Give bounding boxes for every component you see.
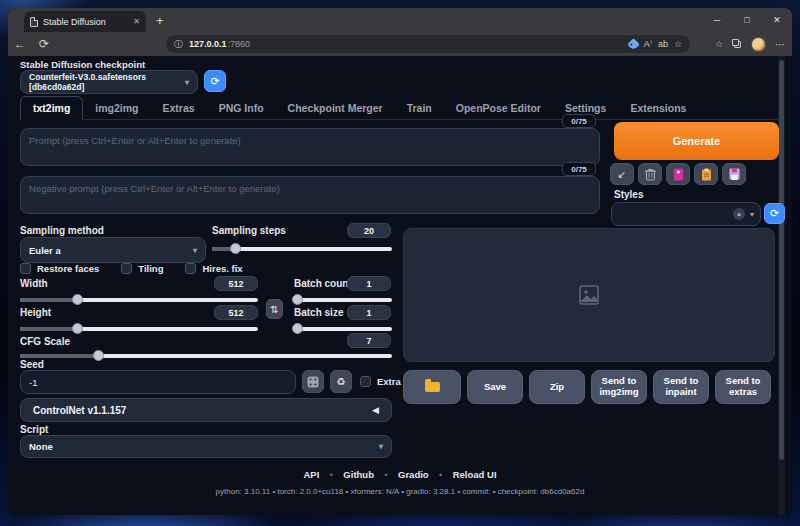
refresh-checkpoints-button[interactable]: ⟳	[204, 70, 226, 92]
checkbox-icon[interactable]	[20, 263, 31, 274]
checkbox-icon[interactable]	[185, 263, 196, 274]
random-seed-button[interactable]	[302, 370, 324, 393]
page-scrollbar[interactable]	[778, 56, 785, 515]
cfg-scale-value[interactable]: 7	[347, 333, 391, 348]
browser-tab[interactable]: Stable Diffusion ✕	[24, 11, 146, 32]
scrollbar-thumb[interactable]	[779, 60, 784, 460]
folder-icon	[425, 382, 440, 392]
clear-styles-icon[interactable]: ×	[733, 208, 745, 220]
shopping-icon[interactable]	[627, 38, 640, 51]
tiling-label: Tiling	[138, 263, 163, 274]
tab-extras[interactable]: Extras	[151, 97, 207, 119]
checkbox-icon[interactable]	[121, 263, 132, 274]
batch-size-value[interactable]: 1	[347, 305, 391, 320]
batch-count-label: Batch count	[294, 278, 352, 289]
tiling-checkbox[interactable]: Tiling	[121, 263, 163, 274]
translate-icon[interactable]: ab	[658, 39, 668, 49]
send-to-img2img-button[interactable]: Send to img2img	[591, 370, 647, 404]
apply-style-button[interactable]	[694, 163, 718, 185]
close-window-button[interactable]: ✕	[762, 8, 792, 32]
minimize-button[interactable]: ─	[702, 8, 732, 32]
reload-icon[interactable]: ⟳	[32, 37, 56, 51]
negative-prompt-token-counter: 0/75	[562, 162, 596, 176]
dice-icon	[307, 376, 319, 388]
reload-ui-link[interactable]: Reload UI	[453, 469, 497, 480]
image-placeholder-icon	[579, 285, 599, 305]
batch-count-slider[interactable]	[294, 293, 392, 305]
api-link[interactable]: API	[303, 469, 319, 480]
cfg-scale-slider[interactable]	[20, 349, 392, 361]
checkpoint-dropdown[interactable]: Counterfeit-V3.0.safetensors [db6cd0a62d…	[20, 70, 198, 94]
styles-label: Styles	[614, 189, 643, 200]
gradio-link[interactable]: Gradio	[398, 469, 429, 480]
negative-prompt-input[interactable]	[20, 176, 600, 214]
floppy-disk-icon	[729, 168, 740, 180]
styles-input[interactable]	[618, 209, 733, 219]
seed-input[interactable]	[20, 370, 296, 394]
sampling-steps-slider[interactable]	[212, 242, 392, 254]
open-folder-button[interactable]	[403, 370, 461, 404]
width-slider[interactable]	[20, 293, 258, 305]
page-footer: API • Github • Gradio • Reload UI python…	[8, 464, 792, 496]
paste-arrow-icon: ↙	[618, 169, 626, 180]
script-dropdown[interactable]: None ▾	[20, 435, 392, 458]
height-value[interactable]: 512	[214, 305, 258, 320]
github-link[interactable]: Github	[343, 469, 374, 480]
browser-menu-icon[interactable]: ⋯	[775, 39, 786, 50]
tab-train[interactable]: Train	[395, 97, 444, 119]
tab-checkpoint-merger[interactable]: Checkpoint Merger	[276, 97, 395, 119]
close-tab-icon[interactable]: ✕	[133, 17, 140, 26]
save-button[interactable]: Save	[467, 370, 523, 404]
webui-page: Stable Diffusion checkpoint Counterfeit-…	[8, 56, 792, 515]
send-to-extras-button[interactable]: Send to extras	[715, 370, 771, 404]
collections-star-icon[interactable]: ☆	[715, 39, 723, 49]
generate-button[interactable]: Generate	[614, 122, 779, 160]
zip-button[interactable]: Zip	[529, 370, 585, 404]
send-to-inpaint-button[interactable]: Send to inpaint	[653, 370, 709, 404]
maximize-button[interactable]: □	[732, 8, 762, 32]
save-style-button[interactable]	[722, 163, 746, 185]
height-slider[interactable]	[20, 322, 258, 334]
width-value[interactable]: 512	[214, 276, 258, 291]
paste-params-button[interactable]: ↙	[610, 163, 634, 185]
tab-txt2img[interactable]: txt2img	[20, 96, 83, 120]
batch-count-value[interactable]: 1	[347, 276, 391, 291]
hires-fix-checkbox[interactable]: Hires. fix	[185, 263, 242, 274]
styles-dropdown[interactable]: × ▾	[611, 202, 761, 226]
seed-label: Seed	[20, 359, 44, 370]
address-bar[interactable]: ⓘ 127.0.0.1 :7860 A⁾ ab ☆	[166, 35, 690, 53]
favorites-star-icon[interactable]: ☆	[674, 39, 682, 49]
checkbox-icon[interactable]	[360, 376, 371, 387]
sampling-method-dropdown[interactable]: Euler a ▾	[20, 237, 206, 263]
output-actions: Save Zip Send to img2img Send to inpaint…	[403, 370, 775, 404]
profile-avatar[interactable]	[751, 37, 766, 52]
width-label: Width	[20, 278, 48, 289]
prompt-input[interactable]	[20, 128, 600, 166]
extra-seed-checkbox[interactable]: Extra	[360, 376, 401, 387]
tab-groups-icon[interactable]	[732, 39, 742, 49]
extra-seed-label: Extra	[377, 376, 401, 387]
swap-arrows-icon: ⇅	[270, 304, 278, 315]
output-gallery[interactable]	[403, 228, 775, 362]
tab-png-info[interactable]: PNG Info	[207, 97, 276, 119]
checkpoint-value: Counterfeit-V3.0.safetensors [db6cd0a62d…	[29, 72, 185, 92]
controlnet-accordion[interactable]: ControlNet v1.1.157 ◀	[20, 398, 392, 422]
reuse-seed-button[interactable]: ♻	[330, 370, 352, 393]
new-tab-button[interactable]: +	[156, 12, 164, 30]
tab-extensions[interactable]: Extensions	[618, 97, 698, 119]
tab-img2img[interactable]: img2img	[83, 97, 150, 119]
site-info-icon[interactable]: ⓘ	[174, 38, 183, 51]
sampling-steps-label: Sampling steps	[212, 225, 286, 236]
card-icon	[673, 168, 684, 181]
cfg-scale-label: CFG Scale	[20, 336, 70, 347]
sampling-steps-value[interactable]: 20	[347, 223, 391, 238]
swap-dimensions-button[interactable]: ⇅	[266, 299, 283, 319]
back-icon[interactable]: ←	[8, 37, 32, 51]
read-aloud-icon[interactable]: A⁾	[644, 39, 652, 49]
extra-networks-button[interactable]	[666, 163, 690, 185]
clear-prompt-button[interactable]	[638, 163, 662, 185]
restore-faces-checkbox[interactable]: Restore faces	[20, 263, 99, 274]
tab-openpose-editor[interactable]: OpenPose Editor	[444, 97, 553, 119]
sampling-method-label: Sampling method	[20, 225, 104, 236]
refresh-styles-button[interactable]: ⟳	[764, 203, 785, 224]
